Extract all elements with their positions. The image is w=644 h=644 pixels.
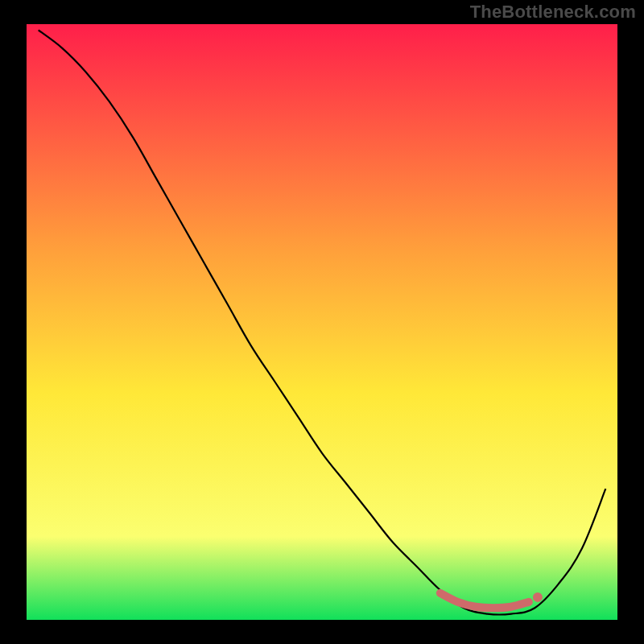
plot-area-bg	[27, 24, 617, 620]
chart-frame: TheBottleneck.com	[0, 0, 644, 644]
optimal-range-trailing-dot	[533, 592, 543, 602]
chart-svg	[0, 0, 644, 644]
watermark-text: TheBottleneck.com	[470, 2, 636, 23]
